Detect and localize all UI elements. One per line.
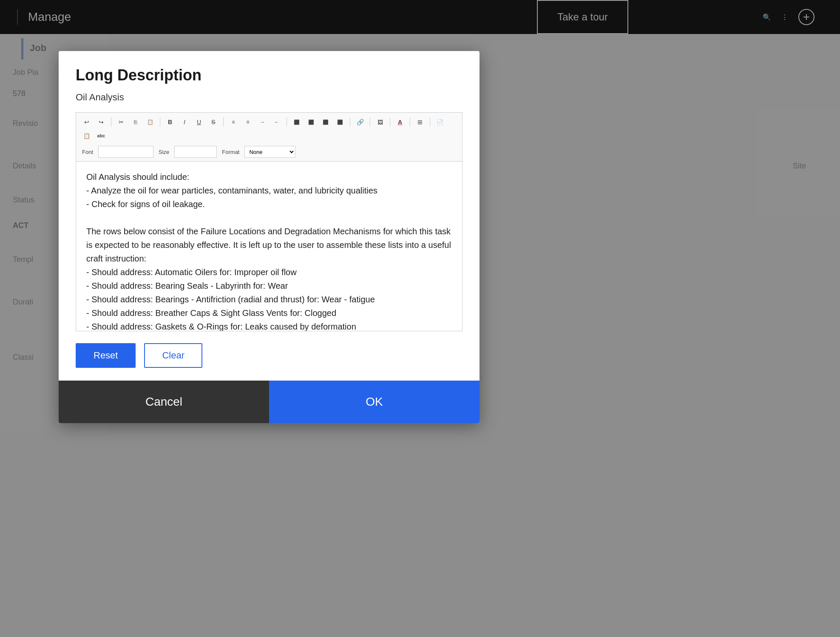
toolbar-divider-5 (350, 117, 350, 127)
size-label: Size (157, 149, 171, 155)
modal-footer: Cancel OK (59, 381, 480, 423)
spellcheck-button[interactable]: abc (95, 130, 108, 142)
toolbar-divider-7 (390, 117, 390, 127)
cancel-button[interactable]: Cancel (59, 381, 269, 423)
copy-button[interactable]: ⎘ (129, 116, 142, 128)
doc2-button[interactable]: 📋 (80, 130, 93, 142)
image-button[interactable]: 🖼 (374, 116, 386, 128)
paste-button[interactable]: 📋 (144, 116, 156, 128)
link-button[interactable]: 🔗 (354, 116, 366, 128)
outdent-button[interactable]: ← (270, 116, 283, 128)
ok-button[interactable]: OK (269, 381, 480, 423)
toolbar-divider-1 (111, 117, 111, 127)
bold-button[interactable]: B (164, 116, 176, 128)
format-select[interactable]: None (244, 146, 295, 158)
modal-title: Long Description (76, 66, 463, 84)
unordered-list-button[interactable]: ≡ (241, 116, 254, 128)
reset-button[interactable]: Reset (76, 343, 136, 368)
indent-button[interactable]: → (256, 116, 269, 128)
format-label: Format (220, 149, 241, 155)
modal-body: Long Description Oil Analysis ↩ ↪ ✂ ⎘ 📋 … (59, 51, 480, 381)
editor-content[interactable]: Oil Analysis should include:- Analyze th… (76, 161, 463, 331)
font-color-button[interactable]: A (394, 116, 406, 128)
modal-subtitle: Oil Analysis (76, 92, 463, 103)
doc1-button[interactable]: 📄 (434, 116, 446, 128)
toolbar-divider-4 (287, 117, 287, 127)
align-right-button[interactable]: ⬛ (319, 116, 332, 128)
size-select[interactable] (174, 146, 217, 158)
align-justify-button[interactable]: ⬛ (334, 116, 346, 128)
toolbar-divider-3 (223, 117, 224, 127)
underline-button[interactable]: U (193, 116, 205, 128)
editor-text-area[interactable]: Oil Analysis should include:- Analyze th… (86, 170, 452, 331)
toolbar-divider-8 (410, 117, 410, 127)
italic-button[interactable]: I (178, 116, 191, 128)
font-label: Font (80, 149, 95, 155)
toolbar-divider-6 (370, 117, 370, 127)
cut-button[interactable]: ✂ (115, 116, 128, 128)
redo-button[interactable]: ↪ (95, 116, 108, 128)
table-button[interactable]: ⊞ (414, 116, 426, 128)
ordered-list-button[interactable]: ≡ (227, 116, 240, 128)
clear-button[interactable]: Clear (144, 343, 202, 368)
align-center-button[interactable]: ⬛ (305, 116, 318, 128)
toolbar-divider-2 (160, 117, 160, 127)
undo-button[interactable]: ↩ (80, 116, 93, 128)
font-select[interactable] (98, 146, 153, 158)
align-left-button[interactable]: ⬛ (290, 116, 303, 128)
editor-toolbar: ↩ ↪ ✂ ⎘ 📋 B I U S ≡ ≡ → ← ⬛ ⬛ ⬛ ⬛ 🔗 🖼 (76, 112, 463, 161)
toolbar-divider-9 (430, 117, 430, 127)
strikethrough-button[interactable]: S (207, 116, 220, 128)
modal-dialog: Long Description Oil Analysis ↩ ↪ ✂ ⎘ 📋 … (59, 51, 480, 423)
modal-actions-row: Reset Clear (76, 343, 463, 368)
